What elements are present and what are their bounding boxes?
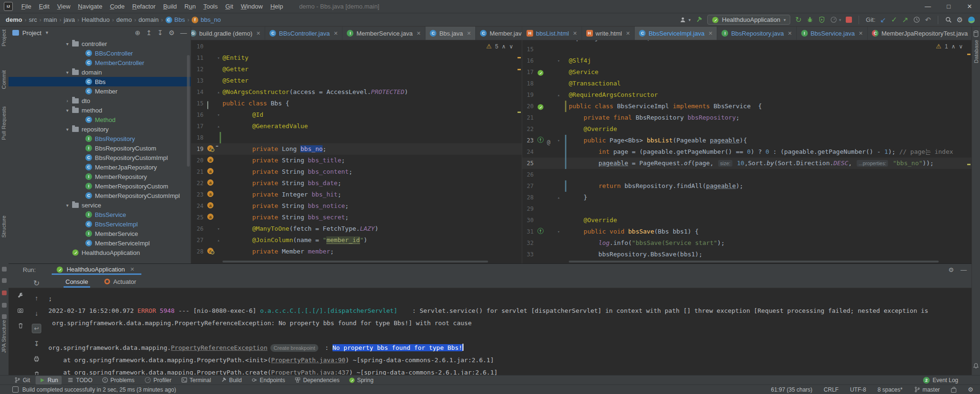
expand-all-button[interactable]: ↥ [146,29,152,37]
code-line[interactable]: 21 private final BbsRepository bbsReposi… [522,112,971,123]
user-dropdown-icon[interactable]: ▾ [688,18,691,22]
code-line[interactable]: 16▾ @Id [191,109,522,121]
prev-problem-icon[interactable]: ∧ [501,43,506,50]
build-hammer-icon[interactable] [695,16,703,23]
tree-item-repository[interactable]: ▾repository [9,124,191,134]
code-line[interactable]: 15public class Bbs { [191,98,522,109]
tab-build-gradle-demo-[interactable]: Gbuild.gradle (demo)✕ [191,27,265,40]
code-line[interactable]: 25 pageable = PageRequest.of(page, size:… [522,158,971,169]
chevron-down-icon[interactable]: ▼ [45,30,49,35]
inspections-widget[interactable]: ⚠1∧∨ [936,43,963,50]
ide-settings-icon[interactable]: ⚙ [957,16,963,24]
menu-build[interactable]: Build [159,1,181,11]
breadcrumb-item-demo[interactable]: demo [115,16,133,23]
breadcrumb-item-healthduo[interactable]: Healthduo [81,16,111,23]
code-line[interactable]: 23↑@▾ public Page<Bbs> bbsList(Pageable … [522,135,971,146]
tree-item-membercontroller[interactable]: CMemberController [9,58,191,67]
hide-panel-button[interactable]: — [180,29,187,37]
tree-item-healthduoapplication[interactable]: HealthduoApplication [9,248,191,257]
editor-right[interactable]: 14import java.util.List;1516▾@Slf4j17@Se… [522,40,971,263]
code-line[interactable]: 26▾ @ManyToOne(fetch = FetchType.LAZY) [191,223,522,235]
tab-bbsserviceimpl-java[interactable]: CBbsServiceImpl.java✕ [635,27,717,40]
tree-item-bbsrepository[interactable]: IBbsRepository [9,134,191,143]
user-icon[interactable] [679,16,686,23]
code-line[interactable]: 16▾@Slf4j [522,55,971,66]
code-line[interactable]: 13@Setter [191,75,522,86]
tree-item-bbsservice[interactable]: IBbsService [9,210,191,219]
tree-item-bbs[interactable]: CBbs [9,77,191,86]
tree-item-memberjparepository[interactable]: CMemberJpaRepository [9,162,191,172]
fold-marker-icon[interactable]: ▾ [557,55,560,66]
tree-item-memberrepository[interactable]: IMemberRepository [9,172,191,181]
toolwindow-button-dependencies[interactable]: Dependencies [291,376,343,385]
rerun-app-icon[interactable]: ↻ [795,16,801,24]
toolwindow-button-endpoints[interactable]: Endpoints [248,376,289,385]
tree-chevron-icon[interactable]: › [65,98,70,103]
tab-bbsrepository-java[interactable]: IBbsRepository.java✕ [717,27,796,40]
tree-item-memberservice[interactable]: IMemberService [9,229,191,238]
tree-chevron-icon[interactable]: ▾ [65,108,70,113]
profiler-icon[interactable] [830,16,837,23]
tree-chevron-icon[interactable]: ▾ [65,70,70,75]
code-line[interactable]: 22a private String bbs_date; [191,178,522,189]
fold-marker-icon[interactable]: ▾ [217,52,220,64]
stripe-item-commit[interactable]: Commit [1,70,7,89]
code-line[interactable]: 19a private Long bbs_no; [191,143,522,155]
tab-console[interactable]: Console [64,275,90,288]
stripe-mini-icon[interactable] [2,278,7,283]
gutter-icon-slot[interactable]: a [207,248,213,254]
code-line[interactable]: 12@Getter [191,64,522,75]
code-line[interactable]: 14▴@NoArgsConstructor(access = AccessLev… [191,86,522,98]
code-line[interactable]: 23a private Integer bbs_hit; [191,189,522,200]
code-line[interactable]: 11▾@Entity [191,52,522,64]
toolwindow-button-todo[interactable]: TODO [64,376,96,385]
gutter-icon-slot[interactable]: a [207,202,213,208]
menu-help[interactable]: Help [267,1,287,11]
notifications-bell-icon[interactable] [973,363,979,369]
stripe-mini-icon[interactable] [2,303,7,308]
code-line[interactable]: 21a private String bbs_content; [191,166,522,178]
editor-left[interactable]: 1011▾@Entity12@Getter13@Setter14▴@NoArgs… [191,40,522,263]
tab-close-icon[interactable]: ✕ [333,30,338,37]
tree-chevron-icon[interactable]: ▾ [65,41,70,47]
stripe-mini-icon[interactable] [2,314,7,319]
database-icon[interactable] [973,30,979,37]
menu-code[interactable]: Code [106,1,129,11]
breadcrumb-item-bbs_no[interactable]: fbbs_no [191,16,222,23]
encoding-widget[interactable]: UTF-8 [850,386,866,393]
run-configuration-tab[interactable]: HealthduoApplication ✕ [52,265,141,274]
code-line[interactable]: 24 int page = (pageable.getPageNumber() … [522,146,971,158]
menu-edit[interactable]: Edit [35,1,53,11]
code-line[interactable]: 29 [522,203,971,215]
toolwindow-button-problems[interactable]: Problems [98,376,139,385]
gutter-icon-slot[interactable]: ↑ [537,228,544,234]
code-line[interactable]: 14import java.util.List; [522,40,971,44]
jpa-field-icon[interactable]: a [207,214,213,220]
spring-bean-icon[interactable] [537,70,544,76]
menu-tools[interactable]: Tools [200,1,222,11]
horizontal-scrollbar[interactable] [569,261,939,263]
breadcrumb-item-demo[interactable]: demo [5,16,23,23]
fold-marker-icon[interactable]: ▴ [217,121,220,132]
tab-close-icon[interactable]: ✕ [787,30,792,37]
caret-position-widget[interactable]: 61:97 (35 chars) [771,386,812,393]
fold-marker-icon[interactable]: ▾ [217,109,220,121]
code-line[interactable]: 33 bbsRepository.BbsSave(bbs1); [522,249,971,260]
breadcrumb-item-java[interactable]: java [63,16,76,23]
toolwindow-button-terminal[interactable]: Terminal [177,376,215,385]
tree-chevron-icon[interactable]: ▾ [65,127,70,132]
close-button[interactable]: ✕ [959,0,980,13]
code-line[interactable]: 17▴ @GeneratedValue [191,121,522,132]
tree-item-service[interactable]: ▾service [9,200,191,210]
spring-bean-icon[interactable] [537,104,544,110]
code-line[interactable]: 28▴ } [522,192,971,203]
stripe-mini-icon[interactable] [2,267,7,272]
tab-bbsservice-java[interactable]: IBbsService.java✕ [797,27,868,40]
jpa-id-field-icon[interactable]: a [207,248,213,254]
toolwindow-button-git[interactable]: Git [10,376,34,385]
menu-navigate[interactable]: Navigate [74,1,106,11]
tab-bbs-java[interactable]: CBbs.java✕ [425,27,476,40]
tab-close-icon[interactable]: ✕ [416,30,421,37]
fold-marker-icon[interactable]: ▾ [557,135,560,146]
code-line[interactable]: 15 [522,44,971,55]
